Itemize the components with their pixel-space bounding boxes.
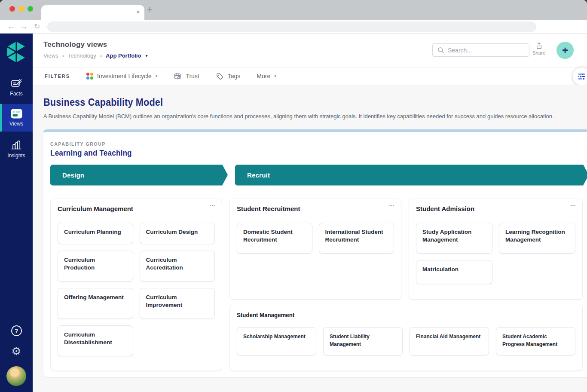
filter-label: Investment Lifecycle [97,73,152,80]
address-bar[interactable] [47,21,536,32]
capability-item[interactable]: Curriculum Planning [58,223,133,244]
breadcrumb-item-views[interactable]: Views [43,52,58,59]
window-controls [9,6,33,12]
capability-item[interactable]: Curriculum Design [140,223,215,244]
sidebar-item-label: Insights [7,153,25,159]
capability-group-name: Learning and Teaching [50,148,583,158]
chevron-down-icon: ▾ [156,74,158,78]
sidebar-item-facts[interactable]: Facts [0,73,33,101]
app-logo-icon[interactable] [5,40,28,64]
card-menu-icon[interactable]: ⋯ [210,202,216,209]
capability-group-eyebrow: CAPABILITY GROUP [50,141,583,147]
forward-icon[interactable]: → [20,21,28,33]
insights-icon [10,139,22,150]
browser-title-bar: × + [0,0,587,20]
header-divider [579,37,579,64]
filter-tags[interactable]: Tags [216,72,241,80]
share-label: Share [532,50,546,55]
capability-card-student-recruitment[interactable]: Student Recruitment ⋯ Domestic Student R… [229,199,401,300]
filter-bar: FILTERS Investment Lifecycle ▾ [33,67,587,85]
filter-label: More [257,73,270,80]
capability-item[interactable]: International Student Recruitment [319,223,394,254]
capability-item[interactable]: Learning Recognition Management [499,223,575,254]
reload-icon[interactable]: ↻ [34,21,40,33]
capability-item[interactable]: Curriculum Improvement [140,288,215,319]
capability-item[interactable]: Student Academic Progress Management [496,327,575,355]
breadcrumb-current-app-portfolio[interactable]: App Portfolio [106,52,141,59]
share-icon [535,42,543,50]
breadcrumb-separator: > [61,53,64,58]
sidebar-item-label: Facts [10,91,22,97]
page-header: Technology views Views > Technology > Ap… [33,34,587,67]
capability-item[interactable]: Curriculum Production [58,251,133,282]
capability-title: Student Management [237,311,575,318]
facts-icon [11,77,22,89]
close-window-button[interactable] [9,6,15,12]
capability-item[interactable]: Study Application Management [416,223,492,254]
filter-label: Tags [228,73,241,80]
close-tab-icon[interactable]: × [136,8,140,15]
view-settings-button[interactable] [573,67,587,86]
capability-title: Student Recruitment [237,205,394,212]
capability-item[interactable]: Offering Management [58,288,133,319]
user-avatar[interactable] [6,366,26,386]
sidebar-item-insights[interactable]: Insights [0,135,33,162]
back-icon[interactable]: ← [7,21,15,33]
capability-item[interactable]: Financial Aid Management [410,327,489,355]
share-button[interactable]: Share [531,42,547,55]
search-icon [437,46,444,54]
app-sidebar: Facts Views [0,34,33,392]
minimize-window-button[interactable] [18,6,24,12]
card-menu-icon[interactable]: ⋯ [389,202,395,209]
capability-item[interactable]: Domestic Student Recruitment [237,223,312,254]
capability-card-student-management[interactable]: Student Management Scholarship Managemen… [229,305,583,371]
zoom-window-button[interactable] [28,6,33,12]
filter-more[interactable]: More ▾ [257,73,276,80]
filter-label: Trust [186,73,199,80]
filter-trust[interactable]: Trust [174,72,199,80]
capability-title: Student Admission [416,205,575,212]
views-icon [11,109,22,119]
calendar-clock-icon [174,72,182,80]
filters-label: FILTERS [45,74,70,79]
stage-arrows: Design Recruit [50,165,583,186]
capability-item[interactable]: Curriculum Disestablishment [58,325,133,356]
search-input[interactable]: Search... [432,43,529,57]
card-menu-icon[interactable]: ⋯ [570,202,576,209]
capability-item[interactable]: Curriculum Accreditation [140,251,215,282]
view-title: Business Capability Model [43,96,587,108]
breadcrumb-item-technology[interactable]: Technology [68,52,96,59]
chevron-down-icon[interactable]: ▾ [145,53,147,58]
new-tab-button[interactable]: + [147,3,153,16]
capability-group-card: CAPABILITY GROUP Learning and Teaching D… [43,129,587,377]
settings-gear-icon[interactable]: ⚙ [11,346,21,357]
capability-card-curriculum-management[interactable]: Curriculum Management ⋯ Curriculum Plann… [50,199,222,371]
investment-lifecycle-icon [86,73,93,80]
view-description: A Business Capability Model (BCM) outlin… [43,112,563,121]
sidebar-item-label: Views [9,121,23,127]
browser-toolbar: ← → ↻ [0,20,587,34]
filter-investment-lifecycle[interactable]: Investment Lifecycle ▾ [86,73,157,80]
tag-icon [216,72,224,80]
browser-window: × + ← → ↻ [0,0,587,392]
capability-item[interactable]: Matriculation [416,260,492,284]
capability-card-student-admission[interactable]: Student Admission ⋯ Study Application Ma… [409,199,583,300]
search-placeholder: Search... [448,47,472,54]
chevron-down-icon: ▾ [274,74,276,78]
help-icon[interactable]: ? [11,325,22,336]
stage-arrow-design[interactable]: Design [50,165,228,186]
sliders-icon [577,72,587,81]
capability-item[interactable]: Student Liability Management [323,327,403,355]
breadcrumb-separator: > [100,53,102,58]
capability-item[interactable]: Scholarship Management [237,327,316,355]
main-content: Business Capability Model A Business Cap… [33,85,587,392]
capability-title: Curriculum Management [58,205,215,212]
sidebar-item-views[interactable]: Views [0,104,33,132]
add-button[interactable]: + [556,42,574,59]
stage-arrow-recruit[interactable]: Recruit [235,165,587,186]
browser-tab[interactable]: × [41,5,144,20]
